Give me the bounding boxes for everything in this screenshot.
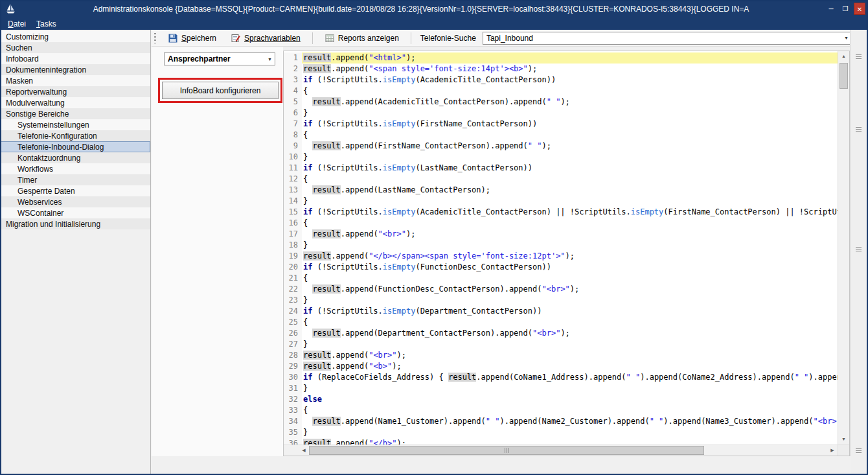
toolbar-separator (411, 32, 411, 44)
code-line-28[interactable]: 28result.append("<br>"); (284, 350, 838, 361)
code-line-3[interactable]: 3if (!ScriptUtils.isEmpty(AcademicTitle_… (284, 75, 838, 86)
code-line-2[interactable]: 2result.append("<span style='font-size:1… (284, 64, 838, 75)
sidebar-item-reportverwaltung[interactable]: Reportverwaltung (0, 86, 150, 97)
code-line-31[interactable]: 31} (284, 383, 838, 394)
window-controls: ─ ❐ ✕ (825, 3, 865, 15)
toolbar-grip-handle[interactable] (154, 33, 156, 43)
menu-item-datei[interactable]: Datei (8, 19, 26, 29)
sidebar-item-dokumentenintegration[interactable]: Dokumentenintegration (0, 64, 150, 75)
vertical-scrollbar-thumb[interactable] (839, 63, 848, 89)
code-line-26[interactable]: 26 result.append(Department_ContactPerso… (284, 328, 838, 339)
code-line-11[interactable]: 11if (!ScriptUtils.isEmpty(LastName_Cont… (284, 163, 838, 174)
line-number: 35 (284, 427, 302, 438)
code-line-19[interactable]: 19result.append("</b></span><span style=… (284, 251, 838, 262)
horizontal-scrollbar-thumb[interactable] (309, 446, 704, 455)
code-line-7[interactable]: 7if (!ScriptUtils.isEmpty(FirstName_Cont… (284, 119, 838, 130)
code-line-25[interactable]: 25{ (284, 317, 838, 328)
infoboard-konfigurieren-button[interactable]: InfoBoard konfigurieren (162, 82, 279, 99)
language-variables-label: Sprachvariablen (244, 34, 301, 43)
code-line-34[interactable]: 34 result.append(Name1_Customer).append(… (284, 416, 838, 427)
horizontal-scrollbar[interactable]: ◀ ▶ (284, 445, 849, 456)
collapsed-panel-grip-icon[interactable] (856, 448, 862, 449)
sidebar-item-telefonie-konfiguration[interactable]: Telefonie-Konfiguration (0, 130, 150, 141)
code-line-16[interactable]: 16{ (284, 218, 838, 229)
code-line-9[interactable]: 9 result.append(FirstName_ContactPerson)… (284, 141, 838, 152)
code-line-22[interactable]: 22 result.append(FunctionDesc_ContactPer… (284, 284, 838, 295)
scroll-left-arrow-icon[interactable]: ◀ (299, 445, 309, 456)
toolbar: Speichern Sprachvariablen Reports anzeig… (152, 30, 868, 47)
sidebar-item-masken[interactable]: Masken (0, 75, 150, 86)
code-text: result.append("</b>"); (302, 438, 838, 445)
scroll-right-arrow-icon[interactable]: ▶ (827, 445, 838, 456)
sidebar-item-timer[interactable]: Timer (0, 174, 150, 185)
code-text: result.append(Name1_Customer).append(" "… (302, 416, 838, 427)
sidebar-item-telefonie-inbound-dialog[interactable]: Telefonie-Inbound-Dialog (0, 141, 150, 152)
minimize-button[interactable]: ─ (825, 3, 837, 15)
collapsed-panel-grip-icon[interactable] (856, 247, 862, 248)
sidebar-item-suchen[interactable]: Suchen (0, 42, 150, 53)
code-line-17[interactable]: 17 result.append("<br>"); (284, 229, 838, 240)
line-number: 25 (284, 317, 302, 328)
collapsed-panel-grip-icon[interactable] (856, 127, 862, 128)
code-line-29[interactable]: 29result.append("<b>"); (284, 361, 838, 372)
maximize-button[interactable]: ❐ (839, 3, 851, 15)
sidebar-item-sonstige-bereiche[interactable]: Sonstige Bereiche (0, 108, 150, 119)
sidebar-item-infoboard[interactable]: Infoboard (0, 53, 150, 64)
scroll-down-arrow-icon[interactable]: ▼ (838, 434, 849, 445)
code-line-13[interactable]: 13 result.append(LastName_ContactPerson)… (284, 185, 838, 196)
sidebar-item-migration-und-initialisierung[interactable]: Migration und Initialisierung (0, 218, 150, 229)
horizontal-scrollbar-track[interactable] (309, 445, 827, 456)
code-line-5[interactable]: 5 result.append(AcademicTitle_ContactPer… (284, 97, 838, 108)
sidebar-item-systemeinstellungen[interactable]: Systemeinstellungen (0, 119, 150, 130)
code-text: result.append(Department_ContactPerson).… (302, 328, 838, 339)
code-line-15[interactable]: 15if (!ScriptUtils.isEmpty(AcademicTitle… (284, 207, 838, 218)
code-line-32[interactable]: 32else (284, 394, 838, 405)
sidebar-item-webservices[interactable]: Webservices (0, 196, 150, 207)
sidebar-item-customizing[interactable]: Customizing (0, 31, 150, 42)
sidebar-nav: CustomizingSuchenInfoboardDokumenteninte… (0, 30, 150, 229)
menu-item-tasks[interactable]: Tasks (36, 19, 56, 29)
ansprechpartner-combobox[interactable]: Ansprechpartner ▼ (164, 52, 275, 65)
line-number: 14 (284, 196, 302, 207)
scroll-up-arrow-icon[interactable]: ▲ (838, 51, 849, 62)
code-line-24[interactable]: 24if (!ScriptUtils.isEmpty(Department_Co… (284, 306, 838, 317)
vertical-scrollbar[interactable]: ▲ ▼ (838, 51, 849, 445)
code-text: { (302, 405, 838, 416)
show-reports-button[interactable]: Reports anzeigen (319, 31, 404, 45)
code-line-21[interactable]: 21{ (284, 273, 838, 284)
sidebar-item-modulverwaltung[interactable]: Modulverwaltung (0, 97, 150, 108)
menubar: DateiTasks (0, 18, 868, 30)
code-text: } (302, 152, 838, 163)
telefonie-suche-combobox[interactable]: Tapi_Inbound ▼ (483, 32, 852, 45)
code-line-4[interactable]: 4{ (284, 86, 838, 97)
code-line-35[interactable]: 35} (284, 427, 838, 438)
code-line-14[interactable]: 14} (284, 196, 838, 207)
code-text: { (302, 86, 838, 97)
code-line-30[interactable]: 30if (ReplaceCoFields_Address) { result.… (284, 372, 838, 383)
code-line-27[interactable]: 27} (284, 339, 838, 350)
code-text: } (302, 196, 838, 207)
code-line-33[interactable]: 33{ (284, 405, 838, 416)
sidebar-item-wscontainer[interactable]: WSContainer (0, 207, 150, 218)
sidebar-item-kontaktzuordnung[interactable]: Kontaktzuordnung (0, 152, 150, 163)
sidebar-item-workflows[interactable]: Workflows (0, 163, 150, 174)
code-lines[interactable]: 1result.append("<html>");2result.append(… (284, 51, 838, 445)
code-line-8[interactable]: 8{ (284, 130, 838, 141)
save-button-label: Speichern (181, 34, 216, 43)
code-line-1[interactable]: 1result.append("<html>"); (284, 52, 838, 64)
language-variables-button[interactable]: Sprachvariablen (225, 31, 306, 45)
sidebar-item-gesperrte-daten[interactable]: Gesperrte Daten (0, 185, 150, 196)
code-line-10[interactable]: 10} (284, 152, 838, 163)
code-line-20[interactable]: 20if (!ScriptUtils.isEmpty(FunctionDesc_… (284, 262, 838, 273)
code-line-6[interactable]: 6} (284, 108, 838, 119)
config-panel: Ansprechpartner ▼ InfoBoard konfiguriere… (152, 47, 283, 458)
code-line-12[interactable]: 12{ (284, 174, 838, 185)
save-button[interactable]: Speichern (163, 31, 222, 45)
code-text: } (302, 108, 838, 119)
close-button[interactable]: ✕ (854, 3, 865, 15)
collapsed-panel-grip-icon[interactable] (856, 54, 862, 55)
code-line-18[interactable]: 18} (284, 240, 838, 251)
code-line-23[interactable]: 23} (284, 295, 838, 306)
code-line-36[interactable]: 36result.append("</b>"); (284, 438, 838, 445)
chevron-down-icon[interactable]: ▼ (265, 57, 275, 62)
